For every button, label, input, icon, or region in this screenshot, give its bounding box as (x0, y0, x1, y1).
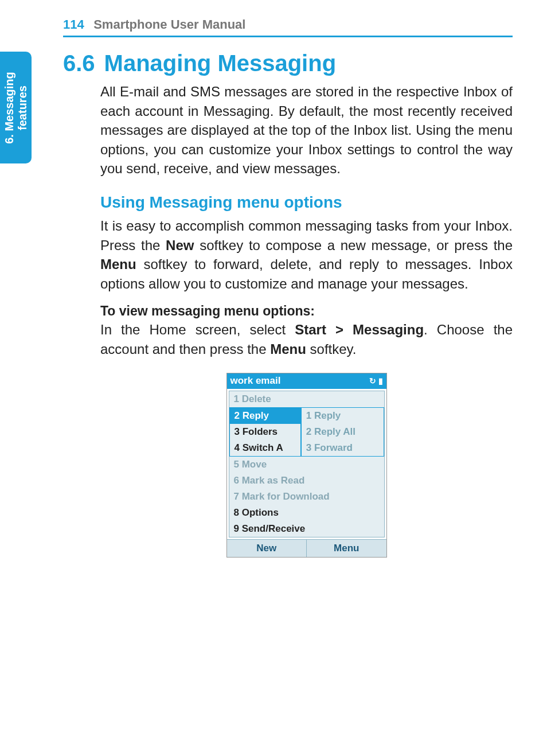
page-number: 114 (63, 17, 84, 32)
text-fragment: softkey to forward, delete, and reply to… (100, 256, 513, 291)
phone-menu: 1 Delete 2 Reply 1 Reply 3 Folders 2 Rep… (229, 391, 385, 537)
submenu-item-reply-all[interactable]: 2 Reply All (300, 424, 384, 440)
menu-item-options[interactable]: 8 Options (229, 505, 384, 521)
section-intro-paragraph: All E-mail and SMS messages are stored i… (63, 82, 513, 178)
submenu-reply-block: 2 Reply 1 Reply 3 Folders 2 Reply All 4 … (229, 407, 384, 457)
text-fragment: In the Home screen, select (100, 322, 295, 337)
menu-item-switch[interactable]: 4 Switch A (230, 440, 300, 456)
subsection-paragraph: It is easy to accomplish common messagin… (100, 216, 513, 293)
softkey-menu[interactable]: Menu (306, 540, 386, 557)
bold-menu-2: Menu (270, 341, 306, 357)
menu-item-delete[interactable]: 1 Delete (229, 391, 384, 407)
menu-item-mark-download[interactable]: 7 Mark for Download (229, 489, 384, 505)
side-tab-line-1: 6. Messaging (3, 72, 15, 144)
phone-titlebar: work email ↻ ▮ (227, 373, 386, 389)
bold-start-messaging: Start > Messaging (295, 322, 424, 337)
chapter-side-tab: 6. Messaging features (0, 52, 32, 163)
menu-item-move[interactable]: 5 Move (229, 457, 384, 473)
menu-item-reply[interactable]: 2 Reply (230, 408, 300, 424)
phone-status-icons: ↻ ▮ (369, 376, 383, 385)
phone-softkey-bar: New Menu (227, 539, 386, 557)
sync-icon: ↻ (369, 376, 376, 385)
signal-icon: ▮ (378, 376, 383, 385)
manual-title: Smartphone User Manual (93, 17, 245, 32)
phone-window-title: work email (230, 375, 369, 387)
menu-item-send-receive[interactable]: 9 Send/Receive (229, 521, 384, 537)
bold-menu: Menu (100, 256, 136, 272)
softkey-new[interactable]: New (227, 540, 307, 557)
page-header: 114 Smartphone User Manual (63, 17, 513, 37)
text-fragment: softkey. (306, 341, 357, 357)
section-title: Managing Messaging (104, 50, 337, 76)
page-content: 6.6 Managing Messaging All E-mail and SM… (63, 50, 513, 558)
text-fragment: softkey to compose a new message, or pre… (194, 237, 513, 253)
instruction-title: To view messaging menu options: (100, 303, 513, 319)
section-heading: 6.6 Managing Messaging (63, 50, 513, 76)
bold-new: New (166, 237, 194, 253)
menu-item-folders[interactable]: 3 Folders (230, 424, 300, 440)
submenu-item-reply[interactable]: 1 Reply (300, 408, 384, 424)
section-number: 6.6 (63, 50, 95, 76)
menu-item-mark-read[interactable]: 6 Mark as Read (229, 473, 384, 489)
submenu-item-forward[interactable]: 3 Forward (300, 440, 384, 456)
side-tab-line-2: features (16, 85, 29, 130)
chapter-side-tab-label: 6. Messaging features (3, 72, 29, 144)
phone-screenshot: work email ↻ ▮ 1 Delete 2 Reply 1 Reply … (226, 373, 387, 558)
instruction-body: In the Home screen, select Start > Messa… (100, 320, 513, 358)
subsection-heading: Using Messaging menu options (100, 193, 513, 212)
